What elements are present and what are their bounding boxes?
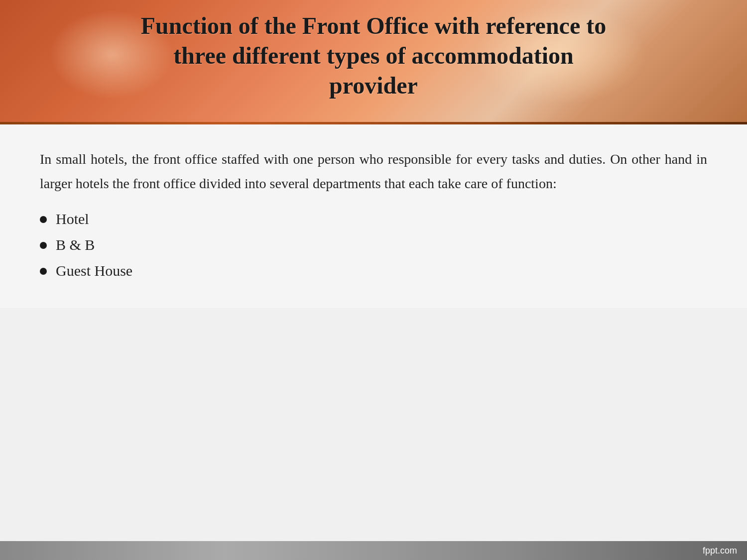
bullet-item-label: Guest House	[56, 262, 132, 279]
bullet-dot-icon	[40, 268, 47, 275]
bullet-item-label: Hotel	[56, 211, 89, 227]
title-line-1: Function of the Front Office with refere…	[30, 11, 717, 41]
footer: fppt.com	[0, 541, 747, 560]
list-item: Guest House	[40, 262, 707, 279]
title-line-2: three different types of accommodation	[30, 41, 717, 71]
bullet-dot-icon	[40, 242, 47, 249]
slide-title: Function of the Front Office with refere…	[0, 0, 747, 110]
bullet-item-label: B & B	[56, 236, 95, 253]
header-section: Function of the Front Office with refere…	[0, 0, 747, 122]
bullet-dot-icon	[40, 216, 47, 223]
footer-brand: fppt.com	[703, 546, 737, 556]
list-item: B & B	[40, 236, 707, 253]
bullet-list: Hotel B & B Guest House	[40, 211, 707, 279]
content-area: In small hotels, the front office staffe…	[0, 124, 747, 308]
main-paragraph: In small hotels, the front office staffe…	[40, 147, 707, 196]
title-line-3: provider	[30, 71, 717, 101]
list-item: Hotel	[40, 211, 707, 227]
